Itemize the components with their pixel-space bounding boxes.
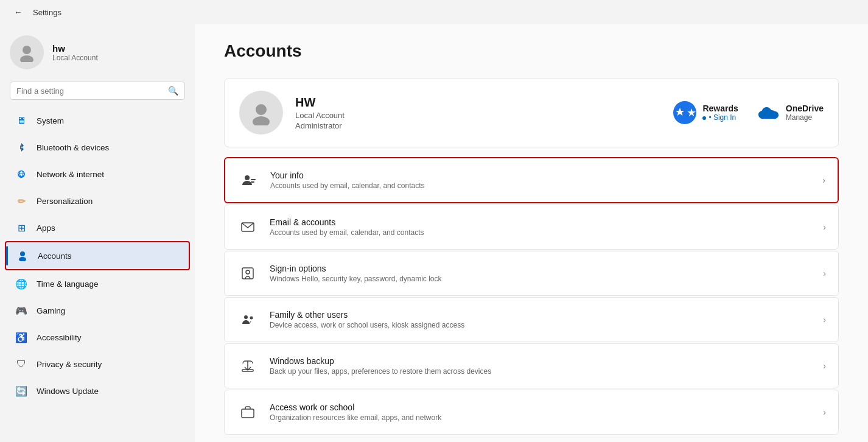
sidebar-item-bluetooth[interactable]: Bluetooth & devices [5, 134, 190, 161]
svg-point-1 [20, 55, 33, 62]
sidebar-item-label: Personalization [37, 197, 93, 206]
rewards-label: Rewards [702, 103, 738, 113]
windows-backup-icon [237, 355, 259, 377]
windows-backup-title: Windows backup [270, 356, 812, 366]
svg-point-3 [19, 257, 26, 261]
main-layout: hw Local Account 🔍 🖥 System Bluetooth & … [0, 24, 868, 442]
settings-item-email-accounts[interactable]: Email & accounts Accounts used by email,… [224, 205, 839, 250]
sidebar-item-gaming[interactable]: 🎮 Gaming [5, 297, 190, 324]
apps-icon: ⊞ [15, 221, 28, 234]
sidebar-item-accessibility[interactable]: ♿ Accessibility [5, 324, 190, 351]
svg-point-12 [250, 317, 253, 320]
email-accounts-desc: Accounts used by email, calendar, and co… [270, 228, 812, 237]
settings-item-family-users[interactable]: Family & other users Device access, work… [224, 297, 839, 342]
user-profile[interactable]: hw Local Account [0, 24, 195, 82]
access-work-school-icon [237, 401, 259, 423]
account-details: HW Local Account Administrator [295, 96, 673, 130]
rewards-action[interactable]: Rewards • Sign In [673, 101, 738, 124]
rewards-sign-in: • Sign In [702, 113, 738, 122]
titlebar-title: Settings [33, 8, 61, 17]
email-accounts-icon [237, 216, 259, 238]
your-info-text: Your info Accounts used by email, calend… [270, 170, 811, 190]
signin-options-icon [237, 262, 259, 284]
sidebar-item-personalization[interactable]: ✏ Personalization [5, 188, 190, 214]
system-icon: 🖥 [15, 114, 28, 127]
onedrive-text: OneDrive Manage [786, 103, 824, 122]
time-icon: 🌐 [15, 277, 28, 290]
sidebar-item-label: Accessibility [37, 333, 82, 342]
sidebar-item-update[interactable]: 🔄 Windows Update [5, 377, 190, 404]
search-icon: 🔍 [168, 86, 178, 96]
your-info-title: Your info [270, 170, 811, 180]
avatar [10, 35, 44, 69]
svg-point-10 [246, 270, 250, 274]
access-work-school-desc: Organization resources like email, apps,… [270, 413, 812, 422]
family-users-title: Family & other users [270, 310, 812, 320]
windows-backup-text: Windows backup Back up your files, apps,… [270, 356, 812, 376]
onedrive-manage: Manage [786, 113, 824, 122]
gaming-icon: 🎮 [15, 304, 28, 317]
chevron-right-icon: › [823, 222, 826, 232]
svg-point-2 [20, 251, 25, 256]
email-accounts-title: Email & accounts [270, 217, 812, 227]
svg-point-5 [253, 116, 270, 125]
account-name: HW [295, 96, 673, 110]
sidebar-item-system[interactable]: 🖥 System [5, 107, 190, 134]
chevron-right-icon: › [823, 361, 826, 371]
user-info: hw Local Account [52, 43, 98, 62]
sidebar-item-time[interactable]: 🌐 Time & language [5, 270, 190, 297]
sidebar-item-label: Network & internet [37, 170, 104, 179]
account-type: Local Account [295, 111, 673, 120]
user-name: hw [52, 43, 98, 54]
sidebar-item-privacy[interactable]: 🛡 Privacy & security [5, 351, 190, 377]
family-users-text: Family & other users Device access, work… [270, 310, 812, 329]
accounts-icon [16, 249, 29, 262]
onedrive-label: OneDrive [786, 103, 824, 113]
sidebar-item-label: Accounts [38, 251, 72, 261]
sidebar-item-label: Gaming [37, 306, 65, 315]
svg-point-4 [256, 104, 267, 115]
back-button[interactable]: ← [10, 4, 27, 21]
sidebar-item-apps[interactable]: ⊞ Apps [5, 214, 190, 241]
onedrive-action[interactable]: OneDrive Manage [758, 102, 824, 124]
account-role: Administrator [295, 121, 673, 130]
settings-item-your-info[interactable]: Your info Accounts used by email, calend… [224, 157, 839, 203]
titlebar: ← Settings [0, 0, 868, 24]
settings-item-windows-backup[interactable]: Windows backup Back up your files, apps,… [224, 343, 839, 388]
sidebar-item-accounts[interactable]: Accounts [5, 241, 190, 270]
account-avatar [239, 91, 283, 135]
sidebar-item-network[interactable]: Network & internet [5, 161, 190, 188]
svg-point-11 [244, 315, 248, 319]
network-icon [15, 167, 28, 181]
sidebar-item-label: Time & language [37, 279, 99, 289]
settings-item-access-work-school[interactable]: Access work or school Organization resou… [224, 390, 839, 435]
your-info-icon [237, 169, 259, 191]
svg-point-6 [245, 175, 250, 180]
signin-options-text: Sign-in options Windows Hello, security … [270, 264, 812, 283]
chevron-right-icon: › [823, 268, 826, 278]
your-info-desc: Accounts used by email, calendar, and co… [270, 181, 811, 190]
email-accounts-text: Email & accounts Accounts used by email,… [270, 217, 812, 237]
svg-rect-8 [251, 181, 254, 183]
chevron-right-icon: › [823, 315, 826, 324]
accessibility-icon: ♿ [15, 331, 28, 344]
sidebar-item-label: Windows Update [37, 387, 99, 396]
page-title: Accounts [224, 41, 839, 61]
rewards-icon [673, 101, 696, 124]
signin-options-title: Sign-in options [270, 264, 812, 273]
search-input[interactable] [16, 86, 163, 96]
personalization-icon: ✏ [15, 194, 28, 208]
chevron-right-icon: › [822, 175, 825, 185]
access-work-school-text: Access work or school Organization resou… [270, 402, 812, 422]
account-actions: Rewards • Sign In OneDrive [673, 101, 824, 124]
onedrive-icon [758, 102, 780, 124]
user-account-type: Local Account [52, 54, 98, 62]
search-box: 🔍 [10, 82, 185, 100]
settings-item-signin-options[interactable]: Sign-in options Windows Hello, security … [224, 251, 839, 296]
rewards-text: Rewards • Sign In [702, 103, 738, 122]
privacy-icon: 🛡 [15, 357, 28, 371]
access-work-school-title: Access work or school [270, 402, 812, 412]
account-card: HW Local Account Administrator Rewards •… [224, 78, 839, 147]
sidebar: hw Local Account 🔍 🖥 System Bluetooth & … [0, 24, 195, 442]
signin-options-desc: Windows Hello, security key, password, d… [270, 275, 812, 283]
